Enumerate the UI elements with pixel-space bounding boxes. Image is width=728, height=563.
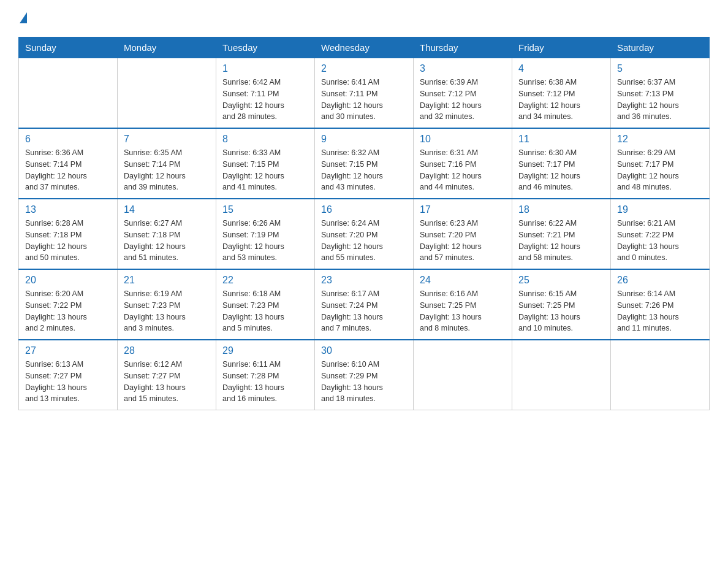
calendar-cell: 29Sunrise: 6:11 AM Sunset: 7:28 PM Dayli… bbox=[216, 340, 315, 410]
day-number: 15 bbox=[222, 204, 308, 215]
calendar-cell: 25Sunrise: 6:15 AM Sunset: 7:25 PM Dayli… bbox=[512, 269, 611, 340]
day-info: Sunrise: 6:19 AM Sunset: 7:23 PM Dayligh… bbox=[124, 288, 210, 334]
day-number: 17 bbox=[420, 204, 506, 215]
logo-text bbox=[18, 12, 27, 25]
day-number: 21 bbox=[124, 275, 210, 286]
day-number: 29 bbox=[222, 345, 308, 356]
weekday-header-wednesday: Wednesday bbox=[315, 37, 414, 58]
calendar-cell: 4Sunrise: 6:38 AM Sunset: 7:12 PM Daylig… bbox=[512, 58, 611, 129]
day-number: 6 bbox=[25, 134, 111, 145]
calendar-cell: 1Sunrise: 6:42 AM Sunset: 7:11 PM Daylig… bbox=[216, 58, 315, 129]
calendar-cell: 22Sunrise: 6:18 AM Sunset: 7:23 PM Dayli… bbox=[216, 269, 315, 340]
day-info: Sunrise: 6:35 AM Sunset: 7:14 PM Dayligh… bbox=[124, 147, 210, 193]
calendar-week-row: 6Sunrise: 6:36 AM Sunset: 7:14 PM Daylig… bbox=[19, 128, 710, 199]
calendar-header: SundayMondayTuesdayWednesdayThursdayFrid… bbox=[19, 37, 710, 58]
day-info: Sunrise: 6:42 AM Sunset: 7:11 PM Dayligh… bbox=[222, 77, 308, 123]
day-info: Sunrise: 6:18 AM Sunset: 7:23 PM Dayligh… bbox=[222, 288, 308, 334]
calendar-cell: 7Sunrise: 6:35 AM Sunset: 7:14 PM Daylig… bbox=[118, 128, 216, 199]
day-number: 7 bbox=[124, 134, 210, 145]
calendar-week-row: 27Sunrise: 6:13 AM Sunset: 7:27 PM Dayli… bbox=[19, 340, 710, 410]
weekday-header-thursday: Thursday bbox=[414, 37, 512, 58]
day-info: Sunrise: 6:41 AM Sunset: 7:11 PM Dayligh… bbox=[321, 77, 407, 123]
day-number: 23 bbox=[321, 275, 407, 286]
weekday-header-sunday: Sunday bbox=[19, 37, 118, 58]
day-number: 10 bbox=[420, 134, 506, 145]
day-info: Sunrise: 6:26 AM Sunset: 7:19 PM Dayligh… bbox=[222, 218, 308, 264]
calendar-cell: 19Sunrise: 6:21 AM Sunset: 7:22 PM Dayli… bbox=[611, 199, 710, 269]
day-info: Sunrise: 6:11 AM Sunset: 7:28 PM Dayligh… bbox=[222, 359, 308, 405]
calendar-week-row: 13Sunrise: 6:28 AM Sunset: 7:18 PM Dayli… bbox=[19, 199, 710, 269]
day-number: 12 bbox=[617, 134, 703, 145]
calendar-cell bbox=[19, 58, 118, 129]
day-number: 30 bbox=[321, 345, 407, 356]
day-info: Sunrise: 6:33 AM Sunset: 7:15 PM Dayligh… bbox=[222, 147, 308, 193]
calendar-cell: 27Sunrise: 6:13 AM Sunset: 7:27 PM Dayli… bbox=[19, 340, 118, 410]
weekday-header-saturday: Saturday bbox=[611, 37, 710, 58]
calendar-cell: 17Sunrise: 6:23 AM Sunset: 7:20 PM Dayli… bbox=[414, 199, 512, 269]
logo-triangle-icon bbox=[20, 12, 27, 23]
calendar-cell bbox=[414, 340, 512, 410]
day-info: Sunrise: 6:10 AM Sunset: 7:29 PM Dayligh… bbox=[321, 359, 407, 405]
calendar-cell: 14Sunrise: 6:27 AM Sunset: 7:18 PM Dayli… bbox=[118, 199, 216, 269]
day-number: 25 bbox=[518, 275, 604, 286]
weekday-header-friday: Friday bbox=[512, 37, 611, 58]
calendar-cell: 15Sunrise: 6:26 AM Sunset: 7:19 PM Dayli… bbox=[216, 199, 315, 269]
calendar-cell: 5Sunrise: 6:37 AM Sunset: 7:13 PM Daylig… bbox=[611, 58, 710, 129]
day-info: Sunrise: 6:37 AM Sunset: 7:13 PM Dayligh… bbox=[617, 77, 703, 123]
calendar-cell: 10Sunrise: 6:31 AM Sunset: 7:16 PM Dayli… bbox=[414, 128, 512, 199]
day-info: Sunrise: 6:39 AM Sunset: 7:12 PM Dayligh… bbox=[420, 77, 506, 123]
calendar-cell: 26Sunrise: 6:14 AM Sunset: 7:26 PM Dayli… bbox=[611, 269, 710, 340]
weekday-header-row: SundayMondayTuesdayWednesdayThursdayFrid… bbox=[19, 37, 710, 58]
day-info: Sunrise: 6:36 AM Sunset: 7:14 PM Dayligh… bbox=[25, 147, 111, 193]
day-info: Sunrise: 6:13 AM Sunset: 7:27 PM Dayligh… bbox=[25, 359, 111, 405]
day-number: 16 bbox=[321, 204, 407, 215]
day-number: 1 bbox=[222, 63, 308, 74]
day-info: Sunrise: 6:28 AM Sunset: 7:18 PM Dayligh… bbox=[25, 218, 111, 264]
day-number: 26 bbox=[617, 275, 703, 286]
day-info: Sunrise: 6:24 AM Sunset: 7:20 PM Dayligh… bbox=[321, 218, 407, 264]
calendar-cell: 11Sunrise: 6:30 AM Sunset: 7:17 PM Dayli… bbox=[512, 128, 611, 199]
calendar-cell bbox=[611, 340, 710, 410]
page-header bbox=[18, 12, 710, 25]
logo bbox=[18, 12, 27, 25]
calendar-cell: 9Sunrise: 6:32 AM Sunset: 7:15 PM Daylig… bbox=[315, 128, 414, 199]
day-number: 3 bbox=[420, 63, 506, 74]
calendar-week-row: 20Sunrise: 6:20 AM Sunset: 7:22 PM Dayli… bbox=[19, 269, 710, 340]
calendar-cell: 28Sunrise: 6:12 AM Sunset: 7:27 PM Dayli… bbox=[118, 340, 216, 410]
day-number: 20 bbox=[25, 275, 111, 286]
day-info: Sunrise: 6:27 AM Sunset: 7:18 PM Dayligh… bbox=[124, 218, 210, 264]
calendar-cell: 20Sunrise: 6:20 AM Sunset: 7:22 PM Dayli… bbox=[19, 269, 118, 340]
day-info: Sunrise: 6:30 AM Sunset: 7:17 PM Dayligh… bbox=[518, 147, 604, 193]
calendar-table: SundayMondayTuesdayWednesdayThursdayFrid… bbox=[18, 37, 710, 410]
day-info: Sunrise: 6:16 AM Sunset: 7:25 PM Dayligh… bbox=[420, 288, 506, 334]
day-info: Sunrise: 6:15 AM Sunset: 7:25 PM Dayligh… bbox=[518, 288, 604, 334]
day-number: 28 bbox=[124, 345, 210, 356]
day-info: Sunrise: 6:32 AM Sunset: 7:15 PM Dayligh… bbox=[321, 147, 407, 193]
day-info: Sunrise: 6:21 AM Sunset: 7:22 PM Dayligh… bbox=[617, 218, 703, 264]
day-info: Sunrise: 6:38 AM Sunset: 7:12 PM Dayligh… bbox=[518, 77, 604, 123]
calendar-cell: 6Sunrise: 6:36 AM Sunset: 7:14 PM Daylig… bbox=[19, 128, 118, 199]
calendar-cell: 13Sunrise: 6:28 AM Sunset: 7:18 PM Dayli… bbox=[19, 199, 118, 269]
calendar-week-row: 1Sunrise: 6:42 AM Sunset: 7:11 PM Daylig… bbox=[19, 58, 710, 129]
day-info: Sunrise: 6:29 AM Sunset: 7:17 PM Dayligh… bbox=[617, 147, 703, 193]
day-number: 8 bbox=[222, 134, 308, 145]
calendar-body: 1Sunrise: 6:42 AM Sunset: 7:11 PM Daylig… bbox=[19, 58, 710, 410]
calendar-cell: 12Sunrise: 6:29 AM Sunset: 7:17 PM Dayli… bbox=[611, 128, 710, 199]
calendar-cell: 30Sunrise: 6:10 AM Sunset: 7:29 PM Dayli… bbox=[315, 340, 414, 410]
calendar-cell: 16Sunrise: 6:24 AM Sunset: 7:20 PM Dayli… bbox=[315, 199, 414, 269]
day-number: 18 bbox=[518, 204, 604, 215]
calendar-cell: 23Sunrise: 6:17 AM Sunset: 7:24 PM Dayli… bbox=[315, 269, 414, 340]
day-number: 24 bbox=[420, 275, 506, 286]
calendar-cell: 2Sunrise: 6:41 AM Sunset: 7:11 PM Daylig… bbox=[315, 58, 414, 129]
calendar-cell: 18Sunrise: 6:22 AM Sunset: 7:21 PM Dayli… bbox=[512, 199, 611, 269]
calendar-cell: 21Sunrise: 6:19 AM Sunset: 7:23 PM Dayli… bbox=[118, 269, 216, 340]
day-info: Sunrise: 6:23 AM Sunset: 7:20 PM Dayligh… bbox=[420, 218, 506, 264]
day-number: 2 bbox=[321, 63, 407, 74]
day-number: 22 bbox=[222, 275, 308, 286]
weekday-header-monday: Monday bbox=[118, 37, 216, 58]
day-number: 14 bbox=[124, 204, 210, 215]
calendar-cell: 3Sunrise: 6:39 AM Sunset: 7:12 PM Daylig… bbox=[414, 58, 512, 129]
day-number: 13 bbox=[25, 204, 111, 215]
day-info: Sunrise: 6:12 AM Sunset: 7:27 PM Dayligh… bbox=[124, 359, 210, 405]
day-number: 5 bbox=[617, 63, 703, 74]
